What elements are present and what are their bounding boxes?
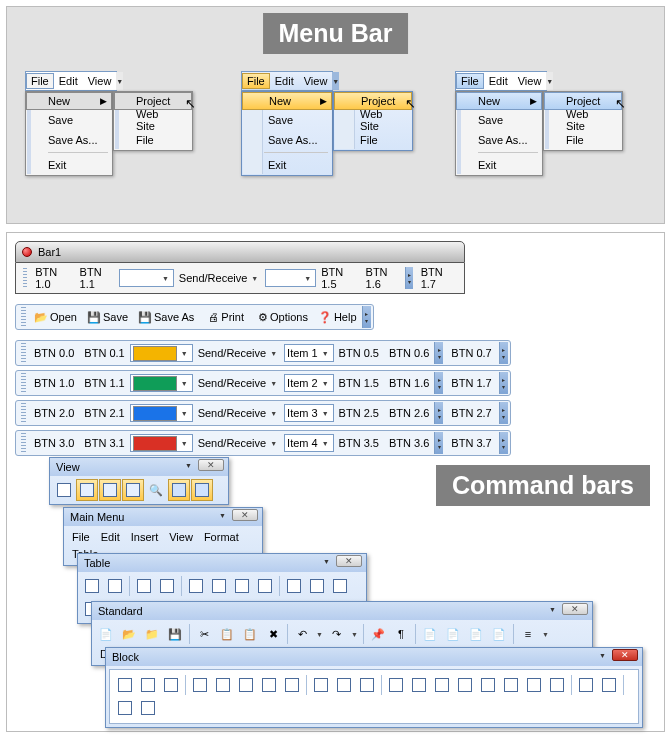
file-menu-exit[interactable]: Exit bbox=[242, 155, 332, 175]
table-tool-icon[interactable] bbox=[133, 575, 155, 597]
btn[interactable]: BTN 0.6 bbox=[385, 345, 433, 361]
close-icon[interactable]: ✕ bbox=[562, 603, 588, 615]
block-tool-icon[interactable] bbox=[189, 674, 211, 696]
printer-button[interactable]: 🖨 Print bbox=[204, 309, 248, 325]
chevron-down-icon[interactable]: ▼ bbox=[349, 631, 360, 638]
block-tool-icon[interactable] bbox=[454, 674, 476, 696]
btn[interactable]: BTN 0.0 bbox=[30, 345, 78, 361]
zoom-icon[interactable]: 🔍 bbox=[145, 479, 167, 501]
block-tool-icon[interactable] bbox=[137, 697, 159, 719]
menu-item[interactable]: Edit bbox=[97, 529, 124, 545]
send-receive-button[interactable]: Send/Receive▼ bbox=[194, 375, 283, 391]
file-menu-new[interactable]: New▶ bbox=[456, 92, 542, 110]
menu-item[interactable]: Format bbox=[200, 529, 243, 545]
send-receive-button[interactable]: Send/Receive▼ bbox=[194, 405, 283, 421]
standard-tool-icon[interactable]: ✖ bbox=[262, 623, 284, 645]
gear-button[interactable]: ⚙ Options bbox=[254, 309, 312, 326]
btn[interactable]: BTN 0.7 bbox=[447, 345, 495, 361]
menubar-strip[interactable]: File Edit View ▼ bbox=[241, 71, 333, 91]
submenu-file[interactable]: File bbox=[544, 130, 622, 150]
toolbar-grip-icon[interactable] bbox=[21, 343, 26, 363]
view-icon[interactable] bbox=[53, 479, 75, 501]
help-button[interactable]: ❓ Help bbox=[314, 309, 361, 326]
btn[interactable]: BTN 1.7 bbox=[417, 264, 459, 292]
view-icon[interactable] bbox=[76, 479, 98, 501]
table-tool-icon[interactable] bbox=[306, 575, 328, 597]
block-tool-icon[interactable] bbox=[356, 674, 378, 696]
menubar-strip[interactable]: File Edit View ▼ bbox=[455, 71, 547, 91]
menubar-overflow-icon[interactable]: ▼ bbox=[116, 72, 123, 90]
send-receive-button[interactable]: Send/Receive▼ bbox=[175, 270, 264, 286]
standard-tool-icon[interactable]: 📄 bbox=[419, 623, 441, 645]
block-tool-icon[interactable] bbox=[500, 674, 522, 696]
color-select[interactable]: ▼ bbox=[130, 344, 193, 362]
item-select[interactable]: Item 4▼ bbox=[284, 434, 334, 452]
menu-edit[interactable]: Edit bbox=[484, 73, 513, 89]
menu-file[interactable]: File bbox=[242, 73, 270, 89]
standard-tool-icon[interactable]: 📄 bbox=[488, 623, 510, 645]
menu-view[interactable]: View bbox=[299, 73, 333, 89]
block-tool-icon[interactable] bbox=[477, 674, 499, 696]
standard-tool-icon[interactable]: 📄 bbox=[465, 623, 487, 645]
submenu-website[interactable]: Web Site bbox=[114, 110, 192, 130]
close-icon[interactable]: ✕ bbox=[612, 649, 638, 661]
btn[interactable]: BTN 1.5 bbox=[317, 264, 359, 292]
block-tool-icon[interactable] bbox=[281, 674, 303, 696]
toolbar-overflow-icon[interactable]: ▸▾ bbox=[434, 432, 443, 454]
menu-edit[interactable]: Edit bbox=[54, 73, 83, 89]
menu-view[interactable]: View bbox=[83, 73, 117, 89]
item-select[interactable]: Item 1▼ bbox=[284, 344, 334, 362]
toolbar-overflow-icon[interactable]: ▸▾ bbox=[499, 402, 508, 424]
submenu-file[interactable]: File bbox=[334, 130, 412, 150]
item-select[interactable]: Item 3▼ bbox=[284, 404, 334, 422]
table-tool-icon[interactable] bbox=[185, 575, 207, 597]
standard-tool-icon[interactable]: 📄 bbox=[442, 623, 464, 645]
standard-tool-icon[interactable]: ¶ bbox=[390, 623, 412, 645]
btn[interactable]: BTN 0.5 bbox=[335, 345, 383, 361]
menu-edit[interactable]: Edit bbox=[270, 73, 299, 89]
file-menu-saveas[interactable]: Save As... bbox=[26, 130, 112, 150]
toolbar-overflow-icon[interactable]: ▸▾ bbox=[434, 402, 443, 424]
block-tool-icon[interactable] bbox=[408, 674, 430, 696]
submenu-website[interactable]: Web Site bbox=[334, 110, 412, 130]
btn[interactable]: BTN 3.6 bbox=[385, 435, 433, 451]
table-tool-icon[interactable] bbox=[104, 575, 126, 597]
file-menu-new[interactable]: New▶ bbox=[26, 92, 112, 110]
standard-tool-icon[interactable]: 📋 bbox=[239, 623, 261, 645]
close-icon[interactable]: ✕ bbox=[336, 555, 362, 567]
menu-file[interactable]: File bbox=[456, 73, 484, 89]
send-receive-button[interactable]: Send/Receive▼ bbox=[194, 345, 283, 361]
btn[interactable]: BTN 1.7 bbox=[447, 375, 495, 391]
btn[interactable]: BTN 3.5 bbox=[335, 435, 383, 451]
btn[interactable]: BTN 3.7 bbox=[447, 435, 495, 451]
btn[interactable]: BTN 1.5 bbox=[335, 375, 383, 391]
grid-icon[interactable] bbox=[191, 479, 213, 501]
block-tool-icon[interactable] bbox=[114, 697, 136, 719]
view-icon[interactable] bbox=[122, 479, 144, 501]
file-menu-exit[interactable]: Exit bbox=[26, 155, 112, 175]
block-tool-icon[interactable] bbox=[333, 674, 355, 696]
toolbar-grip-icon[interactable] bbox=[21, 403, 26, 423]
toolbar-overflow-icon[interactable]: ▸▾ bbox=[499, 342, 508, 364]
block-tool-icon[interactable] bbox=[212, 674, 234, 696]
btn[interactable]: BTN 3.1 bbox=[80, 435, 128, 451]
menu-item[interactable]: File bbox=[68, 529, 94, 545]
block-tool-icon[interactable] bbox=[137, 674, 159, 696]
floatbar-view[interactable]: View▼✕ 🔍 bbox=[49, 457, 229, 505]
standard-tool-icon[interactable]: 💾 bbox=[164, 623, 186, 645]
submenu-file[interactable]: File bbox=[114, 130, 192, 150]
menu-item[interactable]: View bbox=[165, 529, 197, 545]
file-menu-saveas[interactable]: Save As... bbox=[456, 130, 542, 150]
block-tool-icon[interactable] bbox=[523, 674, 545, 696]
menu-view[interactable]: View bbox=[513, 73, 547, 89]
color-select[interactable]: ▼ bbox=[130, 374, 193, 392]
block-tool-icon[interactable] bbox=[598, 674, 620, 696]
table-tool-icon[interactable] bbox=[81, 575, 103, 597]
standard-tool-icon[interactable]: ✂ bbox=[193, 623, 215, 645]
block-tool-icon[interactable] bbox=[160, 674, 182, 696]
toolbar-grip-icon[interactable] bbox=[23, 268, 27, 288]
btn[interactable]: BTN 1.0 bbox=[31, 264, 73, 292]
menubar-overflow-icon[interactable]: ▼ bbox=[332, 72, 339, 90]
view-icon[interactable] bbox=[99, 479, 121, 501]
btn[interactable]: BTN 1.6 bbox=[362, 264, 404, 292]
